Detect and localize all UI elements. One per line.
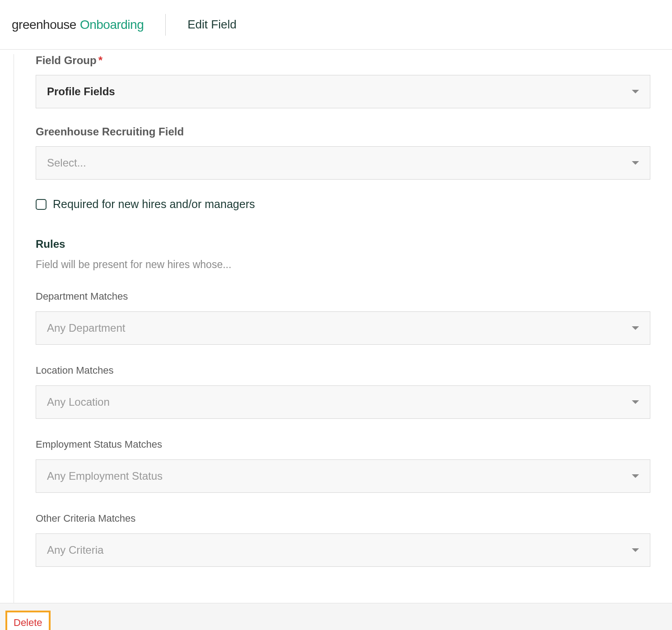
chevron-down-icon xyxy=(632,90,639,93)
chevron-down-icon xyxy=(632,474,639,478)
required-checkbox[interactable] xyxy=(36,199,47,210)
recruiting-field-label: Greenhouse Recruiting Field xyxy=(36,125,650,138)
footer: Delete xyxy=(0,603,672,630)
other-criteria-matches-label: Other Criteria Matches xyxy=(36,513,650,524)
department-matches-placeholder: Any Department xyxy=(47,322,125,334)
chevron-down-icon xyxy=(632,400,639,404)
department-matches-select[interactable]: Any Department xyxy=(36,311,650,345)
header-divider xyxy=(165,14,166,36)
page-title: Edit Field xyxy=(187,18,236,32)
chevron-down-icon xyxy=(632,326,639,330)
location-matches-select[interactable]: Any Location xyxy=(36,385,650,419)
chevron-down-icon xyxy=(632,161,639,165)
employment-status-matches-label: Employment Status Matches xyxy=(36,439,650,450)
other-criteria-matches-select[interactable]: Any Criteria xyxy=(36,533,650,567)
field-group-label-text: Field Group xyxy=(36,54,97,66)
chevron-down-icon xyxy=(632,548,639,552)
logo: greenhouse Onboarding xyxy=(12,18,144,32)
field-group-value: Profile Fields xyxy=(47,85,115,98)
location-matches-placeholder: Any Location xyxy=(47,396,110,408)
required-checkbox-row: Required for new hires and/or managers xyxy=(36,198,650,211)
recruiting-field-select[interactable]: Select... xyxy=(36,146,650,180)
recruiting-field-section: Greenhouse Recruiting Field Select... xyxy=(36,125,650,180)
field-group-label: Field Group* xyxy=(36,54,650,67)
other-criteria-matches-placeholder: Any Criteria xyxy=(47,544,103,556)
required-indicator: * xyxy=(98,54,103,66)
field-group-select[interactable]: Profile Fields xyxy=(36,75,650,108)
employment-status-matches-select[interactable]: Any Employment Status xyxy=(36,459,650,493)
rules-heading: Rules xyxy=(36,238,650,250)
recruiting-field-placeholder: Select... xyxy=(47,157,86,169)
department-matches-label: Department Matches xyxy=(36,291,650,302)
logo-primary: greenhouse xyxy=(12,18,76,32)
logo-secondary: Onboarding xyxy=(80,18,144,32)
required-checkbox-label: Required for new hires and/or managers xyxy=(53,198,255,211)
app-header: greenhouse Onboarding Edit Field xyxy=(0,0,672,50)
delete-button[interactable]: Delete xyxy=(5,611,51,630)
form-content: Field Group* Profile Fields Greenhouse R… xyxy=(14,54,672,603)
location-matches-label: Location Matches xyxy=(36,365,650,376)
employment-status-matches-placeholder: Any Employment Status xyxy=(47,470,163,482)
rules-subtext: Field will be present for new hires whos… xyxy=(36,259,650,271)
field-group-section: Field Group* Profile Fields xyxy=(36,54,650,108)
